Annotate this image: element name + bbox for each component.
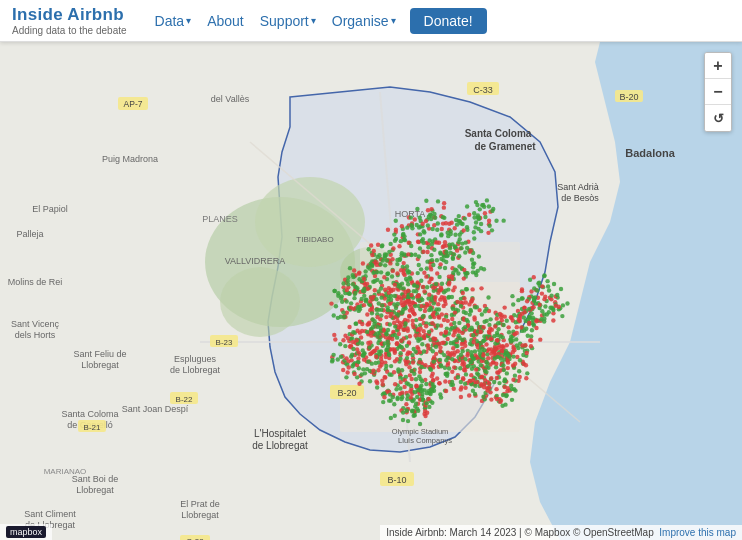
- svg-text:dels Horts: dels Horts: [15, 330, 56, 340]
- support-caret-icon: ▾: [311, 15, 316, 26]
- svg-rect-9: [360, 242, 520, 372]
- svg-text:B-23: B-23: [216, 338, 233, 347]
- svg-text:Olympic Stadium: Olympic Stadium: [392, 427, 449, 436]
- svg-text:Llobregat: Llobregat: [181, 510, 219, 520]
- svg-text:de Besòs: de Besòs: [561, 193, 599, 203]
- map-container[interactable]: B-20 B-10 C-33 B-20 Badalona Santa Colom…: [0, 42, 742, 540]
- svg-text:C-33: C-33: [473, 85, 493, 95]
- svg-text:de Gramenet: de Gramenet: [474, 141, 536, 152]
- data-caret-icon: ▾: [186, 15, 191, 26]
- map-attribution: Inside Airbnb: March 14 2023 | © Mapbox …: [380, 525, 742, 540]
- svg-text:Sant Joan Despí: Sant Joan Despí: [122, 404, 189, 414]
- nav-data[interactable]: Data ▾: [147, 9, 200, 33]
- svg-text:B-22: B-22: [176, 395, 193, 404]
- svg-text:de Llobregat: de Llobregat: [170, 365, 221, 375]
- svg-text:Sant Vicenç: Sant Vicenç: [11, 319, 59, 329]
- svg-text:Puig Madrona: Puig Madrona: [102, 154, 158, 164]
- svg-text:VALLVIDRERA: VALLVIDRERA: [225, 256, 286, 266]
- navbar: Inside Airbnb Adding data to the debate …: [0, 0, 742, 42]
- reset-button[interactable]: ↺: [705, 105, 731, 131]
- svg-point-6: [220, 267, 300, 337]
- mapbox-logo: mapbox: [0, 524, 52, 540]
- svg-text:AP-7: AP-7: [124, 99, 143, 109]
- svg-text:Esplugues: Esplugues: [174, 354, 217, 364]
- nav-organise[interactable]: Organise ▾: [324, 9, 404, 33]
- svg-text:Palleja: Palleja: [16, 229, 43, 239]
- svg-text:Molins de Rei: Molins de Rei: [8, 277, 63, 287]
- svg-text:L'Hospitalet: L'Hospitalet: [254, 428, 306, 439]
- svg-text:Santa Coloma: Santa Coloma: [465, 128, 532, 139]
- svg-text:El Prat de: El Prat de: [180, 499, 220, 509]
- svg-text:Lluís Companys: Lluís Companys: [398, 436, 452, 445]
- map-controls: + − ↺: [704, 52, 732, 132]
- svg-text:B-10: B-10: [387, 475, 406, 485]
- svg-text:El Papiol: El Papiol: [32, 204, 68, 214]
- organise-caret-icon: ▾: [391, 15, 396, 26]
- zoom-in-button[interactable]: +: [705, 53, 731, 79]
- svg-text:Llobregat: Llobregat: [76, 485, 114, 495]
- donate-button[interactable]: Donate!: [410, 8, 487, 34]
- svg-text:Sant Adrià: Sant Adrià: [557, 182, 599, 192]
- svg-text:Sant Feliu de: Sant Feliu de: [73, 349, 126, 359]
- svg-text:B-20: B-20: [619, 92, 638, 102]
- svg-point-5: [255, 177, 365, 267]
- brand-subtitle: Adding data to the debate: [12, 25, 127, 36]
- improve-map-link[interactable]: Improve this map: [659, 527, 736, 538]
- svg-text:del Vallès: del Vallès: [211, 94, 250, 104]
- svg-text:B-21: B-21: [84, 423, 101, 432]
- brand-title[interactable]: Inside Airbnb: [12, 5, 127, 25]
- svg-text:B-20: B-20: [337, 388, 356, 398]
- svg-text:Badalona: Badalona: [625, 147, 675, 159]
- svg-text:HORTA: HORTA: [395, 209, 426, 219]
- nav-support[interactable]: Support ▾: [252, 9, 324, 33]
- svg-text:TIBIDABO: TIBIDABO: [296, 235, 333, 244]
- svg-text:Sant Climent: Sant Climent: [24, 509, 76, 519]
- svg-text:PLANES: PLANES: [202, 214, 238, 224]
- svg-text:Llobregat: Llobregat: [81, 360, 119, 370]
- zoom-out-button[interactable]: −: [705, 79, 731, 105]
- svg-text:Santa Coloma: Santa Coloma: [61, 409, 118, 419]
- svg-text:MARIANAO: MARIANAO: [44, 467, 87, 476]
- brand: Inside Airbnb Adding data to the debate: [12, 5, 127, 36]
- nav-about[interactable]: About: [199, 9, 252, 33]
- svg-text:de Llobregat: de Llobregat: [252, 440, 308, 451]
